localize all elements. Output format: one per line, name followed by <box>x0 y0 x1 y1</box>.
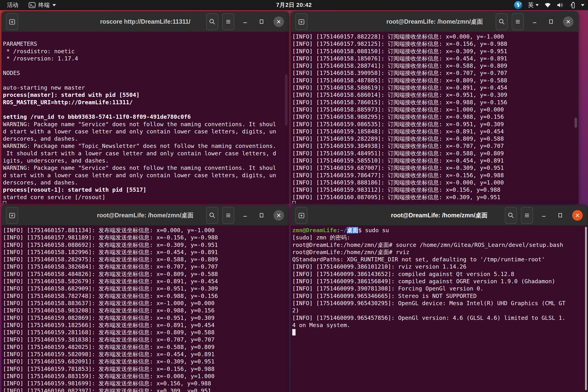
menu-button[interactable] <box>222 13 234 30</box>
maximize-icon <box>548 19 554 25</box>
search-button[interactable] <box>206 13 218 30</box>
terminal-line: [INFO] [1751460158.988295]: 订阅端接收坐标信息: x… <box>292 113 578 120</box>
terminal-line: [INFO] [1751460158.983208]: 发布端发送坐标信息: x… <box>3 307 289 314</box>
maximize-icon <box>557 212 563 218</box>
terminal-content[interactable]: [INFO] [1751460157.881134]: 发布端发送坐标信息: x… <box>2 226 289 392</box>
scrollbar-thumb[interactable] <box>585 227 587 390</box>
close-button[interactable] <box>572 210 583 221</box>
maximize-icon <box>258 19 264 25</box>
maximize-button[interactable] <box>546 16 556 27</box>
terminal-line: WARNING: Package name "Service" does not… <box>3 121 289 128</box>
scrollbar-thumb[interactable] <box>285 74 288 126</box>
terminal-line: [INFO] [1751460158.782748]: 发布端发送坐标信息: x… <box>3 292 289 300</box>
terminal-line: [INFO] [1751460159.282289]: 订阅端接收坐标信息: x… <box>292 135 578 142</box>
titlebar[interactable]: root@DreamLife: /home/zmn/桌面 <box>291 12 578 32</box>
terminal-line: [INFO] [1751460158.682909]: 发布端发送坐标信息: x… <box>3 285 289 292</box>
terminal-line: 4 on Mesa system. <box>292 322 588 329</box>
terminal-line: [INFO] [1751460157.881134]: 发布端发送坐标信息: x… <box>3 227 289 234</box>
menu-button[interactable] <box>521 207 533 224</box>
terminal-line: [INFO] [1751460158.088692]: 发布端发送坐标信息: x… <box>3 242 289 248</box>
battery-icon[interactable] <box>570 2 576 8</box>
minimize-button[interactable] <box>240 16 250 27</box>
terminal-line: started core service [/rosout] <box>3 194 289 201</box>
terminal-line: [INFO] [1751460159.082869]: 发布端发送坐标信息: x… <box>3 314 289 322</box>
terminal-line: setting /run_id to bbb93638-5741-11f0-8f… <box>3 113 289 120</box>
titlebar[interactable]: root@DreamLife: /home/zmn/桌面 <box>2 205 289 226</box>
terminal-line: [INFO] [1751460159.484951]: 订阅端接收坐标信息: x… <box>292 150 578 157</box>
terminal-line: * /rosdistro: noetic <box>3 48 289 55</box>
terminal-line: [INFO] [1751460160.082397]: 发布端发送坐标信息: x… <box>3 387 289 392</box>
terminal-line <box>3 33 289 40</box>
terminal-line: auto-starting new master <box>3 84 289 91</box>
close-button[interactable] <box>274 16 284 27</box>
terminal-line: igits, underscores, and dashes. <box>3 157 289 164</box>
terminal-line: [INFO] [1751460158.686014]: 订阅端接收坐标信息: x… <box>292 91 578 98</box>
minimize-icon <box>242 212 248 218</box>
terminal-window-rviz: root@DreamLife: /home/zmn/桌面 <box>291 205 588 392</box>
volume-icon[interactable] <box>557 2 564 8</box>
close-button[interactable] <box>563 16 574 27</box>
minimize-button[interactable] <box>529 16 540 27</box>
terminal-line: [INFO] [1751460159.682091]: 发布端发送坐标信息: x… <box>3 358 289 365</box>
terminal-line: [INFO] [1751460159.281168]: 发布端发送坐标信息: x… <box>3 329 289 336</box>
terminal-content[interactable]: [INFO] [1751460157.882228]: 订阅端接收坐标信息: x… <box>291 32 578 204</box>
minimize-button[interactable] <box>538 210 549 221</box>
titlebar[interactable]: roscore http://DreamLife:11311/ <box>2 12 289 32</box>
close-icon <box>276 213 281 218</box>
wifi-icon[interactable] <box>544 2 551 8</box>
close-button[interactable] <box>274 210 284 221</box>
terminal-line: WARNING: Package name "Service" does not… <box>3 164 289 172</box>
terminal-line: QStandardPaths: XDG_RUNTIME_DIR not set,… <box>292 256 588 263</box>
menu-button[interactable] <box>512 13 524 30</box>
app-menu-label: 终端 <box>38 1 50 9</box>
terminal-line: [INFO] [1751460158.382684]: 发布端发送坐标信息: x… <box>3 263 289 270</box>
maximize-button[interactable] <box>555 210 566 221</box>
search-icon <box>209 18 216 25</box>
terminal-line: [INFO] [1751460159.381838]: 发布端发送坐标信息: x… <box>3 336 289 343</box>
search-button[interactable] <box>206 207 218 224</box>
terminal-line: [sudo] zmn 的密码: <box>292 234 588 241</box>
close-icon <box>276 19 281 24</box>
terminal-line: [INFO] [1751460158.885973]: 订阅端接收坐标信息: x… <box>292 106 578 113</box>
terminal-line <box>3 106 289 113</box>
activities-button[interactable]: 活动 <box>6 1 20 10</box>
terminal-line: [INFO] [1751460099.965430295]: OpenGL de… <box>292 300 588 307</box>
terminal-content[interactable]: zmn@DreamLife:~/桌面$ sudo su[sudo] zmn 的密… <box>291 226 588 392</box>
terminal-line: root@DreamLife:/home/zmn/桌面# source /hom… <box>292 242 588 248</box>
terminal-line: zmn@DreamLife:~/桌面$ sudo su <box>292 227 588 234</box>
minimize-icon <box>541 212 547 218</box>
terminal-line: [INFO] [1751460158.288741]: 订阅端接收坐标信息: x… <box>292 62 578 70</box>
terminal-cursor <box>3 201 6 204</box>
terminal-line: derscores, and dashes. <box>3 179 289 186</box>
vpn-tray-icon[interactable]: V <box>514 1 522 10</box>
terminal-line: NODES <box>3 70 289 77</box>
maximize-button[interactable] <box>256 210 267 221</box>
terminal-line: * /rosversion: 1.17.4 <box>3 55 289 62</box>
terminal-line: [INFO] [1751460159.781853]: 发布端发送坐标信息: x… <box>3 366 289 373</box>
search-icon <box>498 18 505 25</box>
input-method-indicator[interactable]: 英 <box>528 1 539 9</box>
terminal-line: [INFO] [1751460159.482025]: 发布端发送坐标信息: x… <box>3 344 289 351</box>
clock-label[interactable]: 7月2日 20:42 <box>276 1 312 9</box>
search-button[interactable] <box>505 207 517 224</box>
system-menu-chevron-icon[interactable] <box>581 4 584 6</box>
terminal-content[interactable]: PARAMETERS * /rosdistro: noetic * /rosve… <box>2 32 289 204</box>
search-icon <box>209 212 216 219</box>
terminal-line: process[rosout-1]: started with pid [551… <box>3 186 289 194</box>
terminal-line: ROS_MASTER_URI=http://DreamLife:11311/ <box>3 99 289 106</box>
maximize-button[interactable] <box>256 16 267 27</box>
search-button[interactable] <box>496 13 508 30</box>
terminal-line: [INFO] [1751460157.882228]: 订阅端接收坐标信息: x… <box>292 33 578 40</box>
input-method-label: 英 <box>528 1 534 9</box>
hamburger-icon <box>225 18 232 25</box>
terminal-line: [INFO] [1751460159.182566]: 发布端发送坐标信息: x… <box>3 322 289 329</box>
terminal-line: [INFO] [1751460158.390958]: 订阅端接收坐标信息: x… <box>292 70 578 77</box>
titlebar[interactable]: root@DreamLife: /home/zmn/桌面 <box>291 205 588 226</box>
app-menu-button[interactable]: 终端 <box>28 1 56 9</box>
scrollbar-thumb[interactable] <box>574 118 577 128</box>
terminal-app-icon <box>28 2 36 8</box>
menu-button[interactable] <box>222 207 234 224</box>
minimize-button[interactable] <box>240 210 250 221</box>
terminal-line: [INFO] [1751460157.982125]: 订阅端接收坐标信息: x… <box>292 40 578 48</box>
maximize-icon <box>258 212 264 218</box>
